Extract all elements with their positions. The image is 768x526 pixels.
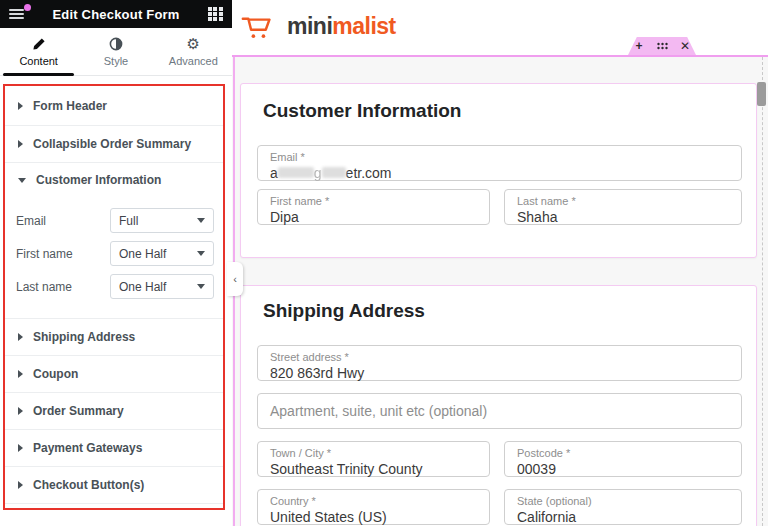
site-logo[interactable]: minimalist bbox=[241, 12, 396, 41]
country-field-value: United States (US) bbox=[270, 509, 477, 525]
elementor-checkout-editor: Edit Checkout Form Content Style ⚙ Advan… bbox=[0, 0, 768, 526]
shipping-address-card: Shipping Address Street address * 820 86… bbox=[240, 285, 757, 526]
email-field-value: agetr.com bbox=[270, 165, 729, 181]
contrast-icon bbox=[108, 36, 124, 52]
pencil-icon bbox=[31, 36, 47, 52]
section-label: Shipping Address bbox=[33, 330, 135, 344]
email-field-label: Email * bbox=[270, 151, 729, 164]
element-handle: + ✕ bbox=[628, 37, 696, 55]
apartment-field-placeholder: Apartment, suite, unit etc (optional) bbox=[270, 403, 487, 419]
chevron-right-icon bbox=[18, 102, 23, 110]
caret-down-icon bbox=[197, 284, 205, 289]
preview-scrollbar-thumb[interactable] bbox=[757, 82, 766, 106]
select-value: One Half bbox=[119, 280, 166, 294]
hamburger-menu-icon[interactable] bbox=[9, 9, 24, 20]
section-coupon[interactable]: Coupon bbox=[5, 356, 223, 393]
state-field-value: California bbox=[517, 509, 729, 525]
section-label: Collapsible Order Summary bbox=[33, 137, 191, 151]
chevron-right-icon bbox=[18, 481, 23, 489]
preview-canvas: minimalist + ✕ Customer Information Emai… bbox=[232, 0, 768, 526]
section-label: Payment Gateways bbox=[33, 441, 142, 455]
section-label: Form Header bbox=[33, 99, 107, 113]
state-field[interactable]: State (optional) California bbox=[504, 489, 742, 525]
email-field[interactable]: Email * agetr.com bbox=[257, 145, 742, 181]
section-checkout-buttons[interactable]: Checkout Button(s) bbox=[5, 467, 223, 504]
panel-header: Edit Checkout Form bbox=[0, 0, 232, 28]
last-name-width-select[interactable]: One Half bbox=[110, 274, 214, 299]
customer-information-card: Customer Information Email * agetr.com F… bbox=[240, 83, 757, 258]
first-name-field-value: Dipa bbox=[270, 209, 477, 225]
delete-element-icon[interactable]: ✕ bbox=[679, 40, 691, 52]
section-label: Coupon bbox=[33, 367, 78, 381]
add-element-icon[interactable]: + bbox=[633, 40, 645, 52]
postcode-field-label: Postcode * bbox=[517, 447, 729, 460]
email-width-select[interactable]: Full bbox=[110, 208, 214, 233]
street-address-field-label: Street address * bbox=[270, 351, 729, 364]
section-label: Checkout Button(s) bbox=[33, 478, 144, 492]
postcode-field[interactable]: Postcode * 00039 bbox=[504, 441, 742, 477]
panel-collapse-toggle[interactable]: ‹ bbox=[227, 262, 243, 296]
panel-tabs: Content Style ⚙ Advanced bbox=[0, 28, 232, 76]
widget-sections-accordion: Form Header Collapsible Order Summary Cu… bbox=[3, 84, 225, 510]
town-city-field[interactable]: Town / City * Southeast Trinity County bbox=[257, 441, 490, 477]
first-name-width-select[interactable]: One Half bbox=[110, 241, 214, 266]
first-name-field[interactable]: First name * Dipa bbox=[257, 189, 490, 225]
shipping-address-heading: Shipping Address bbox=[263, 300, 425, 322]
tab-style-label: Style bbox=[104, 55, 128, 67]
grid-apps-icon[interactable] bbox=[208, 7, 223, 22]
control-label: First name bbox=[16, 247, 73, 261]
chevron-right-icon bbox=[18, 333, 23, 341]
redacted-text bbox=[322, 167, 346, 178]
control-label: Email bbox=[16, 214, 46, 228]
town-city-field-label: Town / City * bbox=[270, 447, 477, 460]
postcode-field-value: 00039 bbox=[517, 461, 729, 477]
street-address-field-value: 820 863rd Hwy bbox=[270, 365, 729, 381]
apartment-field[interactable]: Apartment, suite, unit etc (optional) bbox=[257, 393, 742, 429]
last-name-field-label: Last name * bbox=[517, 195, 729, 208]
country-field[interactable]: Country * United States (US) bbox=[257, 489, 490, 525]
section-customer-information[interactable]: Customer Information bbox=[5, 163, 223, 197]
state-field-label: State (optional) bbox=[517, 495, 729, 508]
customer-information-controls: Email Full First name One Half Last name bbox=[5, 197, 223, 319]
country-field-label: Country * bbox=[270, 495, 477, 508]
redacted-text bbox=[278, 167, 314, 178]
chevron-left-icon: ‹ bbox=[233, 273, 237, 285]
chevron-down-icon bbox=[18, 178, 26, 183]
select-value: Full bbox=[119, 214, 138, 228]
control-row-first-name: First name One Half bbox=[16, 241, 214, 266]
tab-content-label: Content bbox=[19, 55, 58, 67]
section-payment-gateways[interactable]: Payment Gateways bbox=[5, 430, 223, 467]
customer-information-heading: Customer Information bbox=[263, 100, 461, 122]
town-city-field-value: Southeast Trinity County bbox=[270, 461, 477, 477]
chevron-right-icon bbox=[18, 370, 23, 378]
first-name-field-label: First name * bbox=[270, 195, 477, 208]
gear-icon: ⚙ bbox=[185, 36, 201, 52]
tab-content[interactable]: Content bbox=[0, 28, 77, 75]
drag-handle-icon[interactable] bbox=[656, 40, 668, 52]
last-name-field-value: Shaha bbox=[517, 209, 729, 225]
section-label: Order Summary bbox=[33, 404, 124, 418]
section-form-header[interactable]: Form Header bbox=[5, 86, 223, 126]
chevron-right-icon bbox=[18, 140, 23, 148]
tab-advanced-label: Advanced bbox=[169, 55, 218, 67]
tab-style[interactable]: Style bbox=[77, 28, 154, 75]
section-shipping-address[interactable]: Shipping Address bbox=[5, 319, 223, 356]
control-row-email: Email Full bbox=[16, 208, 214, 233]
last-name-field[interactable]: Last name * Shaha bbox=[504, 189, 742, 225]
logo-wordmark: minimalist bbox=[287, 13, 396, 40]
caret-down-icon bbox=[197, 251, 205, 256]
control-row-last-name: Last name One Half bbox=[16, 274, 214, 299]
section-collapsible-order-summary[interactable]: Collapsible Order Summary bbox=[5, 126, 223, 163]
caret-down-icon bbox=[197, 218, 205, 223]
panel-title: Edit Checkout Form bbox=[52, 7, 179, 22]
tab-advanced[interactable]: ⚙ Advanced bbox=[155, 28, 232, 75]
notification-dot bbox=[24, 4, 31, 11]
chevron-right-icon bbox=[18, 407, 23, 415]
column-edge-dashed bbox=[762, 57, 763, 526]
chevron-right-icon bbox=[18, 444, 23, 452]
section-order-summary[interactable]: Order Summary bbox=[5, 393, 223, 430]
street-address-field[interactable]: Street address * 820 863rd Hwy bbox=[257, 345, 742, 381]
section-outline-top bbox=[232, 55, 768, 57]
section-label: Customer Information bbox=[36, 173, 161, 187]
cart-icon bbox=[241, 12, 274, 41]
